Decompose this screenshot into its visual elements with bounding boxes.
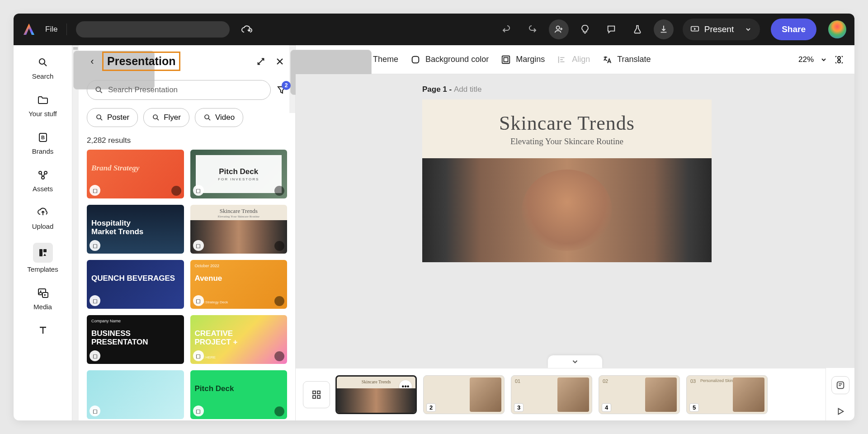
template-grid: Brand Strategy◻Pitch DeckFOR INVESTORS◻H… bbox=[79, 150, 295, 420]
panel-title: Presentation bbox=[102, 52, 180, 71]
premium-icon bbox=[274, 296, 284, 306]
chip-row: Poster Flyer Video bbox=[79, 103, 295, 130]
templates-icon bbox=[33, 243, 53, 263]
rail-assets[interactable]: Assets bbox=[20, 163, 66, 199]
rail-scrollbar[interactable] bbox=[72, 45, 79, 420]
chip-poster[interactable]: Poster bbox=[87, 108, 138, 127]
rail-templates[interactable]: Templates bbox=[20, 238, 66, 279]
slide-thumb[interactable]: 1•••Skincare Trends bbox=[335, 375, 417, 414]
multi-page-icon: ◻ bbox=[90, 185, 100, 196]
rail-media[interactable]: Media bbox=[20, 281, 66, 317]
rail-search[interactable]: Search bbox=[20, 51, 66, 86]
multi-page-icon: ◻ bbox=[90, 295, 100, 306]
rail-text[interactable] bbox=[20, 319, 66, 338]
search-icon bbox=[94, 85, 104, 94]
template-card[interactable]: Skincare TrendsElevating Your Skincare R… bbox=[190, 205, 288, 254]
template-card[interactable]: Company NameBUSINESS PRESENTATON◻ bbox=[87, 315, 184, 364]
comment-icon[interactable] bbox=[601, 19, 621, 39]
thumb-number: 2 bbox=[426, 403, 436, 412]
rail-upload[interactable]: Upload bbox=[20, 201, 66, 236]
undo-button[interactable] bbox=[496, 19, 516, 39]
expand-panel-icon[interactable] bbox=[254, 54, 268, 69]
premium-icon bbox=[171, 186, 181, 196]
svg-point-25 bbox=[838, 57, 840, 59]
template-card[interactable]: CREATIVE PROJECT +TITLE HERE◻ bbox=[190, 315, 288, 364]
notes-button[interactable] bbox=[831, 376, 849, 394]
thumbs-collapse-tab[interactable] bbox=[548, 355, 602, 368]
canvas-stage[interactable]: Page 1 - Add title Skincare Trends Eleva… bbox=[296, 74, 854, 368]
thumb-number: 5 bbox=[689, 403, 699, 412]
canvas-toolbar: Resize Theme Background color Margins Al… bbox=[296, 45, 854, 74]
present-caret[interactable] bbox=[738, 19, 758, 39]
slide-thumb[interactable]: 402 bbox=[599, 375, 680, 414]
back-button[interactable]: ‹ bbox=[87, 56, 98, 67]
svg-rect-30 bbox=[317, 396, 320, 398]
topbar-search[interactable] bbox=[76, 21, 230, 38]
grid-view-button[interactable] bbox=[303, 381, 330, 408]
present-button[interactable]: Present bbox=[683, 19, 760, 40]
upload-icon bbox=[36, 205, 50, 220]
slide-subtitle: Elevating Your Skincare Routine bbox=[510, 137, 623, 146]
zoom-caret[interactable] bbox=[820, 56, 827, 63]
align-icon bbox=[557, 54, 567, 65]
chip-flyer[interactable]: Flyer bbox=[143, 108, 189, 127]
svg-point-7 bbox=[42, 176, 44, 179]
play-button[interactable] bbox=[831, 402, 849, 420]
panel-search-input[interactable]: Search Presentation bbox=[87, 80, 271, 100]
premium-icon bbox=[274, 351, 284, 361]
svg-rect-24 bbox=[504, 57, 508, 61]
svg-rect-23 bbox=[502, 56, 510, 63]
premium-icon bbox=[274, 406, 284, 416]
invite-people-button[interactable] bbox=[549, 19, 569, 39]
redo-button[interactable] bbox=[523, 19, 542, 39]
panel-scrollbar[interactable] bbox=[289, 45, 295, 113]
rail-your-stuff[interactable]: Your stuff bbox=[20, 88, 66, 124]
multi-page-icon: ◻ bbox=[193, 240, 204, 251]
left-rail: Search Your stuff B Brands Assets Upload… bbox=[14, 45, 72, 420]
app-window: File Present Share Search bbox=[14, 14, 854, 420]
svg-rect-29 bbox=[313, 396, 316, 398]
svg-point-15 bbox=[153, 115, 157, 119]
svg-rect-28 bbox=[317, 391, 320, 394]
download-button[interactable] bbox=[654, 19, 674, 39]
template-card[interactable]: Pitch Deck◻ bbox=[190, 370, 288, 419]
chip-video[interactable]: Video bbox=[195, 108, 243, 127]
svg-point-2 bbox=[39, 59, 45, 64]
tool-margins[interactable]: Margins bbox=[500, 54, 545, 65]
template-card[interactable]: Hospitality Market Trends◻ bbox=[87, 205, 184, 254]
translate-icon bbox=[602, 54, 613, 65]
user-avatar[interactable] bbox=[828, 20, 846, 38]
template-card[interactable]: October 2022AvenueBrand Strategy Deck◻ bbox=[190, 260, 288, 309]
multi-page-icon: ◻ bbox=[193, 406, 204, 416]
cloud-sync-icon[interactable] bbox=[241, 24, 252, 34]
multi-page-icon: ◻ bbox=[90, 240, 100, 251]
template-card[interactable]: Pitch DeckFOR INVESTORS◻ bbox=[190, 150, 288, 198]
beaker-icon[interactable] bbox=[627, 19, 647, 39]
fit-icon[interactable] bbox=[834, 54, 844, 65]
template-card[interactable]: Brand Strategy◻ bbox=[87, 150, 184, 198]
tool-background-color[interactable]: Background color bbox=[410, 54, 489, 65]
slide-thumb[interactable]: 2 bbox=[423, 375, 505, 414]
background-icon bbox=[410, 54, 421, 65]
templates-panel: ‹ Presentation Search Presentation 2 Pos… bbox=[79, 45, 296, 420]
template-card[interactable]: ◻ bbox=[87, 370, 184, 419]
filter-button[interactable]: 2 bbox=[276, 85, 287, 95]
app-logo[interactable] bbox=[22, 22, 36, 37]
present-icon bbox=[690, 24, 700, 34]
rail-brands[interactable]: B Brands bbox=[20, 126, 66, 161]
brands-icon: B bbox=[36, 130, 50, 145]
tips-icon[interactable] bbox=[575, 19, 595, 39]
slide-preview[interactable]: Skincare Trends Elevating Your Skincare … bbox=[422, 99, 712, 262]
file-menu[interactable]: File bbox=[45, 25, 57, 34]
slide-thumb[interactable]: 301 bbox=[511, 375, 592, 414]
divider bbox=[66, 24, 67, 35]
premium-icon bbox=[274, 241, 284, 251]
share-button[interactable]: Share bbox=[771, 19, 816, 40]
slide-thumb[interactable]: 503Personalized Skincare bbox=[686, 375, 768, 414]
zoom-value[interactable]: 22% bbox=[798, 55, 814, 64]
close-panel-icon[interactable] bbox=[273, 54, 287, 69]
page-label[interactable]: Page 1 - Add title bbox=[422, 85, 481, 94]
tool-translate[interactable]: Translate bbox=[602, 54, 651, 65]
template-card[interactable]: QUENCH BEVERAGES◻ bbox=[87, 260, 184, 309]
folder-icon bbox=[36, 93, 50, 107]
